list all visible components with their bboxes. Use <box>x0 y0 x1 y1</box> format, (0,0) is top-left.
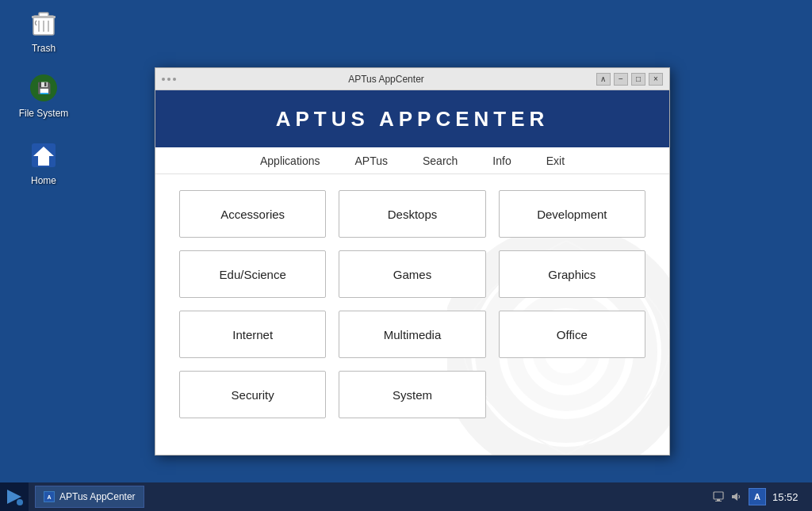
filesystem-icon[interactable]: 💾 File System <box>16 71 71 119</box>
taskbar-task-appcenter[interactable]: A APTus AppCenter <box>35 486 144 508</box>
category-multimedia[interactable]: Multimedia <box>339 311 485 358</box>
category-games[interactable]: Games <box>339 250 485 298</box>
start-button[interactable] <box>0 482 29 511</box>
taskbar-left: A APTus AppCenter <box>0 482 144 511</box>
desktop: Trash 💾 File System Home AP <box>0 0 812 511</box>
network-icon[interactable] <box>712 490 725 503</box>
language-indicator[interactable]: A <box>749 488 766 505</box>
category-security[interactable]: Security <box>179 371 326 418</box>
task-app-icon: A <box>44 491 55 502</box>
category-graphics[interactable]: Graphics <box>499 250 645 298</box>
app-content: Accessories Desktops Development Edu/Sci… <box>155 174 669 455</box>
menu-aptus[interactable]: APTus <box>350 151 393 170</box>
menu-bar: Applications APTus Search Info Exit <box>155 147 669 174</box>
window-controls: ∧ − □ × <box>596 73 663 86</box>
menu-info[interactable]: Info <box>488 151 515 170</box>
category-internet[interactable]: Internet <box>179 311 326 358</box>
category-desktops[interactable]: Desktops <box>339 190 485 238</box>
category-development[interactable]: Development <box>499 190 645 238</box>
window-title: APTus AppCenter <box>348 74 424 85</box>
window-dot-1 <box>162 78 165 81</box>
taskbar-right: A 15:52 <box>712 488 812 505</box>
window-dot-3 <box>173 78 176 81</box>
app-header-title: APTUS APPCENTER <box>276 107 550 132</box>
category-office[interactable]: Office <box>499 311 645 358</box>
window-dots <box>162 78 176 81</box>
home-icon[interactable]: Home <box>16 139 71 186</box>
trash-label: Trash <box>32 43 56 54</box>
category-accessories[interactable]: Accessories <box>179 190 326 238</box>
app-header: APTUS APPCENTER <box>155 90 669 147</box>
window-dot-2 <box>167 78 170 81</box>
category-grid: Accessories Desktops Development Edu/Sci… <box>155 174 669 434</box>
svg-text:A: A <box>47 494 51 500</box>
trash-icon[interactable]: Trash <box>16 6 71 54</box>
app-window: APTus AppCenter ∧ − □ × APTUS APPCENTER … <box>155 67 670 456</box>
menu-exit[interactable]: Exit <box>542 151 569 170</box>
svg-text:💾: 💾 <box>37 82 52 95</box>
menu-applications[interactable]: Applications <box>255 151 325 170</box>
volume-icon[interactable] <box>730 490 742 503</box>
svg-marker-20 <box>732 493 737 501</box>
taskbar-clock: 15:52 <box>772 491 804 503</box>
window-close-button[interactable]: × <box>649 73 663 86</box>
home-label: Home <box>31 175 56 186</box>
svg-rect-19 <box>715 501 722 501</box>
category-system[interactable]: System <box>339 371 485 418</box>
taskbar: A APTus AppCenter <box>0 482 812 511</box>
svg-rect-2 <box>32 16 56 18</box>
menu-search[interactable]: Search <box>418 151 462 170</box>
svg-rect-17 <box>714 492 723 499</box>
window-chevron-up[interactable]: ∧ <box>596 73 611 86</box>
window-titlebar[interactable]: APTus AppCenter ∧ − □ × <box>155 68 669 90</box>
systray <box>712 490 742 503</box>
window-maximize-button[interactable]: □ <box>631 73 645 86</box>
window-minimize-button[interactable]: − <box>614 73 628 86</box>
category-edu-science[interactable]: Edu/Science <box>179 250 326 298</box>
svg-rect-18 <box>717 499 720 501</box>
svg-point-14 <box>17 499 23 505</box>
filesystem-label: File System <box>19 108 69 119</box>
task-label: APTus AppCenter <box>59 491 136 502</box>
